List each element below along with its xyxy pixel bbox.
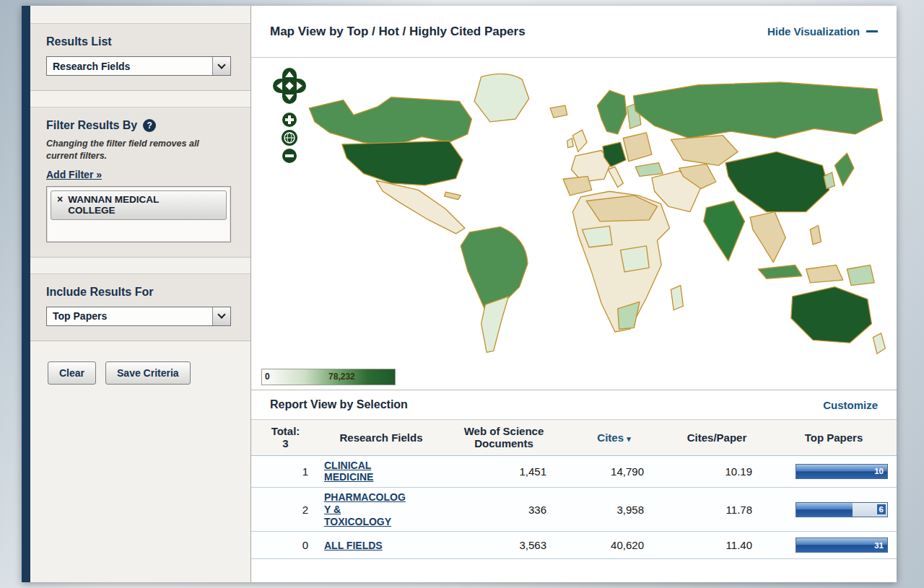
documents-cell: 3,563 (443, 539, 565, 551)
include-results-dropdown[interactable]: Top Papers (46, 307, 231, 326)
help-icon[interactable]: ? (143, 119, 156, 132)
table-header-row: Total: 3 Research Fields Web of Science … (251, 420, 897, 456)
legend-min-value: 0 (265, 372, 270, 382)
legend-max-value: 78,232 (328, 372, 355, 382)
results-list-dropdown[interactable]: Research Fields (46, 56, 231, 76)
world-map[interactable]: 0 78,232 (251, 58, 897, 390)
field-link[interactable]: PHARMACOLOGY & TOXICOLOGY (324, 491, 411, 527)
table-row: 0 ALL FIELDS 3,563 40,620 11.40 31 (251, 532, 897, 559)
add-filter-link[interactable]: Add Filter » (46, 169, 102, 180)
region-central-asia[interactable] (671, 136, 738, 166)
chevron-down-icon[interactable] (212, 307, 230, 325)
country-usa[interactable] (342, 141, 463, 185)
globe-reset-button[interactable] (282, 130, 297, 146)
top-papers-value: 6 (877, 504, 886, 514)
country-italy[interactable] (608, 167, 623, 187)
active-filters-box: × WANNAN MEDICAL COLLEGE (46, 186, 231, 242)
filter-note: Changing the filter field removes all cu… (46, 138, 227, 162)
cites-cell: 14,790 (565, 465, 663, 478)
documents-cell: 1,451 (443, 465, 565, 478)
report-view-title: Report View by Selection (270, 398, 408, 411)
chevron-down-icon[interactable] (212, 57, 230, 75)
include-results-dropdown-value: Top Papers (47, 310, 212, 322)
sort-descending-icon: ▾ (627, 434, 631, 443)
country-iceland[interactable] (550, 105, 567, 118)
cites-per-paper-cell: 11.78 (663, 504, 771, 516)
region-caribbean[interactable] (445, 192, 461, 199)
left-edge-bar (22, 6, 30, 582)
rank-cell: 0 (251, 539, 320, 551)
country-australia[interactable] (791, 287, 872, 343)
map-view-header: Map View by Top / Hot / Highly Cited Pap… (251, 6, 897, 58)
cites-cell: 3,958 (565, 504, 663, 516)
region-indonesia-east[interactable] (806, 265, 843, 283)
field-link[interactable]: CLINICAL MEDICINE (324, 460, 411, 484)
filter-title: Filter Results By (46, 119, 137, 132)
country-ireland[interactable] (567, 138, 574, 147)
country-india[interactable] (704, 201, 745, 260)
map-controls (273, 68, 306, 176)
region-eastern-europe[interactable] (623, 133, 652, 162)
clear-button[interactable]: Clear (48, 361, 96, 385)
region-southeast-asia[interactable] (750, 212, 785, 263)
table-row: 1 CLINICAL MEDICINE 1,451 14,790 10.19 1… (251, 456, 897, 488)
country-new-guinea[interactable] (847, 265, 874, 285)
region-mexico-central-america[interactable] (376, 180, 465, 234)
table-row: 2 PHARMACOLOGY & TOXICOLOGY 336 3,958 11… (251, 488, 897, 532)
country-turkey[interactable] (635, 163, 663, 177)
region-south-america-south[interactable] (481, 297, 509, 353)
country-japan[interactable] (834, 153, 853, 185)
top-papers-bar[interactable]: 6 (796, 502, 888, 517)
map-color-legend: 0 78,232 (261, 369, 396, 385)
remove-filter-icon[interactable]: × (57, 194, 63, 205)
field-link[interactable]: ALL FIELDS (324, 540, 383, 552)
top-papers-header: Top Papers (771, 431, 897, 444)
world-map-svg[interactable] (289, 62, 889, 377)
research-fields-header: Research Fields (320, 431, 443, 444)
country-spain[interactable] (563, 176, 592, 195)
save-criteria-button[interactable]: Save Criteria (105, 361, 191, 385)
top-papers-value: 31 (872, 540, 886, 550)
cites-per-paper-cell: 11.40 (663, 539, 771, 551)
map-view-title: Map View by Top / Hot / Highly Cited Pap… (270, 25, 526, 39)
include-results-section: Include Results For Top Papers (30, 273, 250, 341)
active-filter-tag[interactable]: × WANNAN MEDICAL COLLEGE (51, 190, 227, 220)
cites-sort-header[interactable]: Cites ▾ (565, 431, 663, 444)
country-uk[interactable] (572, 130, 587, 152)
region-scandinavia[interactable] (597, 90, 627, 134)
country-madagascar[interactable] (671, 286, 683, 310)
cites-cell: 40,620 (565, 539, 663, 551)
zoom-in-button[interactable] (282, 113, 297, 127)
results-list-dropdown-value: Research Fields (47, 61, 212, 72)
results-table: Total: 3 Research Fields Web of Science … (251, 420, 897, 559)
results-list-title: Results List (46, 35, 235, 48)
top-papers-value: 10 (872, 466, 886, 476)
zoom-out-button[interactable] (282, 149, 297, 163)
country-canada[interactable] (309, 97, 471, 146)
total-header: Total: 3 (251, 425, 320, 450)
country-china[interactable] (725, 152, 829, 211)
top-papers-bar[interactable]: 31 (796, 537, 888, 553)
results-list-section: Results List Research Fields (30, 23, 250, 91)
country-new-zealand[interactable] (873, 333, 885, 354)
country-greenland[interactable] (474, 74, 529, 121)
cites-per-paper-cell: 10.19 (663, 465, 771, 478)
documents-cell: 336 (443, 504, 565, 516)
include-results-title: Include Results For (46, 286, 235, 299)
rank-cell: 2 (251, 504, 320, 516)
customize-link[interactable]: Customize (823, 399, 878, 411)
sidebar-buttons: Clear Save Criteria (30, 357, 250, 385)
main-panel: Map View by Top / Hot / Highly Cited Pap… (251, 6, 897, 582)
hide-visualization-link[interactable]: Hide Visualization (767, 25, 878, 38)
minimize-icon (866, 30, 878, 32)
country-russia[interactable] (633, 82, 882, 139)
country-philippines[interactable] (810, 226, 821, 245)
esi-application-window: Results List Research Fields Filter Resu… (22, 6, 897, 582)
rank-cell: 1 (251, 465, 320, 478)
filter-section: Filter Results By ? Changing the filter … (30, 107, 250, 258)
country-indonesia[interactable] (758, 265, 802, 278)
top-papers-bar[interactable]: 10 (796, 464, 888, 479)
region-east-africa[interactable] (620, 246, 649, 272)
pan-control[interactable] (273, 68, 306, 104)
active-filter-label: WANNAN MEDICAL COLLEGE (68, 194, 176, 216)
